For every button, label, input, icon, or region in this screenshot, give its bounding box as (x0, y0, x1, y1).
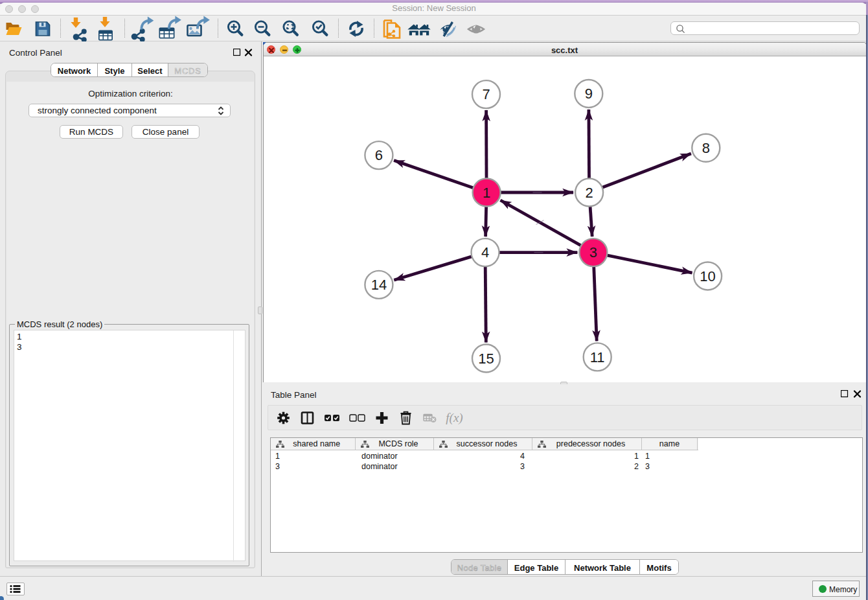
svg-text:9: 9 (584, 86, 592, 102)
svg-text:11: 11 (589, 349, 604, 365)
svg-text:6: 6 (374, 147, 382, 163)
svg-text:7: 7 (482, 86, 490, 102)
svg-text:f(x): f(x) (446, 411, 463, 425)
svg-text:4: 4 (481, 244, 488, 260)
svg-text:1: 1 (482, 185, 490, 201)
svg-text:8: 8 (702, 140, 709, 156)
svg-text:10: 10 (700, 268, 715, 284)
svg-text:15: 15 (478, 351, 494, 367)
svg-text:2: 2 (585, 185, 593, 201)
svg-text:14: 14 (371, 277, 386, 293)
svg-text:3: 3 (589, 244, 597, 260)
